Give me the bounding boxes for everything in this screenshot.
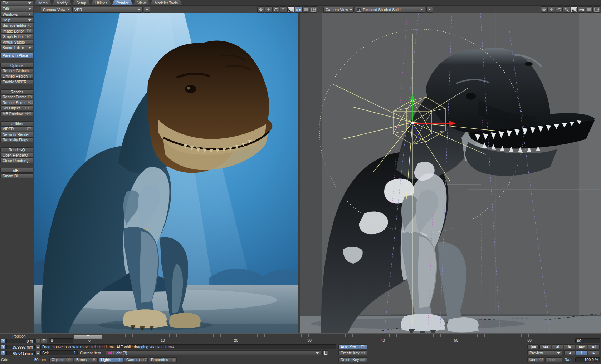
move-icon[interactable]: [265, 6, 272, 13]
viewport-right-view-dropdown[interactable]: Camera View: [323, 7, 354, 13]
tab-modify[interactable]: Modify: [52, 0, 72, 5]
properties-button[interactable]: Propertiesp: [149, 357, 177, 362]
delete-key-button[interactable]: Delete Keydel: [338, 357, 367, 362]
step-forward-button[interactable]: ‖▶: [564, 344, 575, 349]
z-axis-button[interactable]: Z: [1, 351, 6, 355]
pause-button[interactable]: ‖: [576, 350, 587, 355]
camera-icon[interactable]: [295, 6, 302, 13]
undo-button[interactable]: Undo^Z: [527, 357, 544, 362]
menu-file[interactable]: File: [0, 0, 33, 5]
move-icon[interactable]: [548, 6, 555, 13]
tab-view[interactable]: View: [133, 0, 150, 5]
go-to-start-button[interactable]: |◀◀: [527, 344, 539, 349]
end-frame-field[interactable]: 60: [575, 338, 600, 343]
viewport-right-options-dropdown[interactable]: [426, 7, 433, 13]
position-panel-title[interactable]: Position: [0, 334, 38, 338]
tab-utilities[interactable]: Utilities: [91, 0, 112, 5]
section-header-render: Render: [0, 89, 33, 94]
sidebar-scene-editor[interactable]: Scene Editor: [0, 45, 33, 50]
list-icon[interactable]: [302, 6, 309, 13]
viewport-right-mode-dropdown[interactable]: TTextured Shaded Solid: [355, 7, 425, 13]
layout-icon[interactable]: [310, 6, 317, 13]
sidebar-smart-ibl[interactable]: Smart IBL: [0, 173, 33, 178]
viewport-left-mode-dropdown[interactable]: VPR: [72, 7, 143, 13]
y-position-field[interactable]: 39.9992 mm: [6, 345, 35, 349]
sidebar-surface-editor[interactable]: Surface EditorF5: [0, 23, 33, 28]
objects-button[interactable]: Objects+O: [49, 357, 73, 362]
cameras-button[interactable]: Cameras+C: [124, 357, 148, 362]
sidebar-parent-in-place[interactable]: Parent in Place: [0, 53, 33, 58]
sidebar-render-scene[interactable]: Render SceneF10: [0, 100, 33, 105]
z-spinner[interactable]: ◂▸: [35, 351, 40, 355]
viewport-left-vpr-scene[interactable]: [34, 13, 298, 333]
play-reverse-button[interactable]: ◀: [564, 350, 575, 355]
render-sidebar: Surface EditorF5 Image EditorF6 Graph Ed…: [0, 23, 33, 179]
item-properties-toggle-button[interactable]: [322, 350, 328, 355]
sidebar-render-frame[interactable]: Render FrameF9: [0, 94, 33, 99]
sidebar-virtual-studio[interactable]: Virtual Studio: [0, 40, 33, 45]
menu-help[interactable]: Help: [0, 18, 33, 23]
rotate-icon[interactable]: [556, 6, 563, 13]
redo-button[interactable]: Redo: [545, 357, 562, 362]
x-position-field[interactable]: 0 m: [6, 339, 35, 343]
auto-key-button[interactable]: Auto Key+F1: [338, 344, 367, 349]
sidebar-radiosity-flags[interactable]: Radiosity Flags: [0, 137, 33, 142]
frame-tick-label: 10: [156, 338, 170, 343]
x-spinner[interactable]: ◂▸: [35, 339, 40, 343]
list-icon[interactable]: [586, 6, 593, 13]
sidebar-enable-viper[interactable]: Enable VIPER: [0, 79, 33, 84]
play-forward-button[interactable]: ▶: [588, 350, 599, 355]
x-envelope-button[interactable]: E: [41, 339, 47, 343]
frame-slider-handle[interactable]: [74, 334, 102, 340]
viewport-right-shaded-scene[interactable]: [300, 13, 601, 333]
bones-button[interactable]: Bones+B: [74, 357, 98, 362]
step-back-button[interactable]: ◀‖: [552, 344, 563, 349]
create-key-button[interactable]: Create Keyret: [338, 350, 367, 355]
pan-icon[interactable]: [257, 6, 264, 13]
sidebar-viper[interactable]: VIPERF7: [0, 126, 33, 131]
camera-icon[interactable]: [578, 6, 585, 13]
previous-keyframe-button[interactable]: +◀◀: [539, 344, 551, 349]
sidebar-sel-object[interactable]: Sel ObjectF11: [0, 105, 33, 110]
main-tab-bar: Items Modify Setup Utilities Render View…: [34, 0, 601, 6]
sidebar-close-renderq[interactable]: Close RenderQ: [0, 158, 33, 163]
preview-dropdown[interactable]: Preview: [527, 350, 562, 355]
zoom-icon[interactable]: [280, 6, 287, 13]
go-to-end-button[interactable]: ▶‖: [588, 344, 600, 349]
y-spinner[interactable]: ◂▸: [35, 345, 40, 349]
layout-icon[interactable]: [593, 6, 600, 13]
menu-edit[interactable]: Edit: [0, 6, 33, 11]
viewport-right-header: Camera View TTextured Shaded Solid: [318, 6, 601, 13]
lights-button[interactable]: Lights+L: [99, 357, 123, 362]
rotate-icon[interactable]: [272, 6, 279, 13]
sidebar-render-globals[interactable]: Render Globals: [0, 68, 33, 73]
sidebar-network-render[interactable]: Network Render: [0, 132, 33, 137]
sidebar-image-editor[interactable]: Image EditorF6: [0, 29, 33, 34]
minmax-icon[interactable]: [571, 6, 578, 13]
z-position-field[interactable]: -65.0419mm: [6, 351, 35, 355]
viewport-left-options-dropdown[interactable]: [144, 7, 150, 13]
x-axis-button[interactable]: X: [1, 339, 6, 343]
y-axis-button[interactable]: Y: [1, 345, 6, 349]
current-frame-field[interactable]: 0: [49, 338, 73, 343]
tab-modeler-tools[interactable]: Modeler Tools: [150, 0, 182, 5]
sidebar-mb-preview[interactable]: MB Preview+F9: [0, 111, 33, 116]
next-keyframe-button[interactable]: ▶▶+: [576, 344, 587, 349]
zoom-icon[interactable]: [563, 6, 570, 13]
sidebar-open-renderq[interactable]: Open RenderQ: [0, 153, 33, 158]
tab-setup[interactable]: Setup: [72, 0, 91, 5]
menu-windows[interactable]: Windows: [0, 12, 33, 17]
texture-mode-icon: T: [357, 8, 361, 12]
sidebar-limited-region[interactable]: Limited Regionl: [0, 74, 33, 79]
sidebar-graph-editor[interactable]: Graph Editor^F2: [0, 34, 33, 39]
lightwave-layout-window: File Edit Windows Help Items Modify Setu…: [0, 0, 601, 364]
viewport-left-view-dropdown[interactable]: Camera View: [41, 7, 71, 13]
pan-icon[interactable]: [541, 6, 548, 13]
item-type-toolbar: Objects+O Bones+B Lights+L Cameras+C Pro…: [49, 357, 177, 362]
minmax-icon[interactable]: [287, 6, 294, 13]
tab-render[interactable]: Render: [112, 0, 133, 5]
tab-items[interactable]: Items: [34, 0, 52, 5]
rate-field[interactable]: 100.0 %: [575, 357, 600, 362]
frame-slider[interactable]: 0 10 20 30 40 50 60: [74, 334, 548, 343]
current-item-dropdown[interactable]: Light (3): [106, 350, 321, 355]
